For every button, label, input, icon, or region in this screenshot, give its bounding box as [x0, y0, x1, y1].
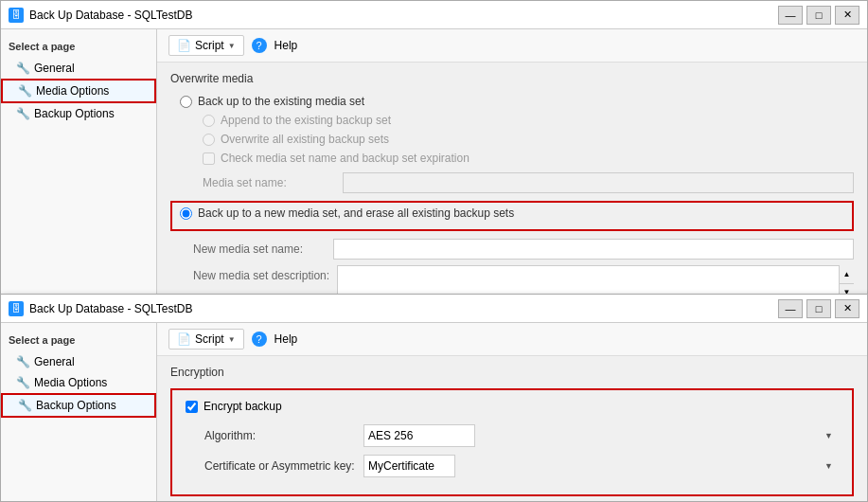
checkbox-check-input — [203, 152, 215, 165]
encrypt-header: Encrypt backup — [186, 400, 839, 413]
toolbar-top: 📄 Script ▼ ? Help — [157, 29, 867, 63]
script-icon-bottom: 📄 — [177, 332, 191, 346]
sidebar-section-title-top: Select a page — [1, 37, 156, 58]
title-bar-bottom: 🗄 Back Up Database - SQLTestDB — □ ✕ — [1, 295, 867, 323]
media-set-name-label: Media set name: — [203, 176, 335, 189]
general-icon-top: 🔧 — [16, 62, 30, 75]
script-dropdown-arrow-top: ▼ — [228, 42, 236, 50]
title-bar-left: 🗄 Back Up Database - SQLTestDB — [9, 8, 193, 23]
media-set-name-input[interactable] — [343, 172, 854, 193]
window-icon-bottom: 🗄 — [9, 301, 24, 316]
new-media-set-desc-label: New media set description: — [193, 265, 329, 282]
radio-overwrite-input — [203, 134, 215, 146]
sidebar-label-backup-bottom: Backup Options — [36, 399, 116, 412]
sidebar-label-media-bottom: Media Options — [34, 376, 107, 389]
sidebar-label-backup-top: Backup Options — [34, 107, 115, 120]
sub-option-check[interactable]: Check media set name and backup set expi… — [203, 152, 854, 165]
algorithm-select[interactable]: AES 128 AES 192 AES 256 Triple DES 3KEY — [363, 424, 475, 447]
content-bottom: Encryption Encrypt backup Algorithm: AES… — [157, 356, 867, 501]
new-media-set-name-label: New media set name: — [193, 242, 326, 256]
radio-existing-media-label: Back up to the existing media set — [198, 95, 364, 108]
encrypt-backup-checkbox[interactable] — [186, 401, 198, 413]
sub-option-check-label: Check media set name and backup set expi… — [221, 152, 469, 165]
certificate-label: Certificate or Asymmetric key: — [204, 459, 356, 473]
script-dropdown-arrow-bottom: ▼ — [228, 335, 236, 344]
minimize-button-top[interactable]: — — [778, 6, 803, 25]
spinner-up-btn[interactable]: ▲ — [840, 265, 854, 284]
sidebar-top: Select a page 🔧 General 🔧 Media Options … — [1, 29, 157, 312]
sub-option-append-label: Append to the existing backup set — [221, 114, 391, 127]
algorithm-label: Algorithm: — [204, 429, 356, 442]
sidebar-item-media-top[interactable]: 🔧 Media Options — [1, 79, 156, 103]
help-label-bottom: Help — [275, 332, 298, 346]
radio-new-media-input[interactable] — [180, 207, 192, 220]
media-set-name-row: Media set name: — [203, 172, 854, 193]
radio-new-media-label: Back up to a new media set, and erase al… — [198, 206, 514, 220]
sidebar-section-title-bottom: Select a page — [1, 331, 156, 351]
content-top: Overwrite media Back up to the existing … — [157, 63, 867, 312]
title-controls-bottom: — □ ✕ — [778, 299, 859, 318]
help-icon-bottom: ? — [252, 332, 267, 347]
script-button-top[interactable]: 📄 Script ▼ — [168, 35, 244, 56]
right-panel-bottom: 📄 Script ▼ ? Help Encryption Encrypt bac… — [157, 323, 867, 501]
script-label-top: Script — [195, 39, 224, 52]
window-body-top: Select a page 🔧 General 🔧 Media Options … — [1, 29, 867, 312]
overwrite-media-title: Overwrite media — [170, 72, 854, 85]
backup-icon-top: 🔧 — [16, 107, 30, 120]
radio-existing-media[interactable]: Back up to the existing media set — [180, 95, 854, 108]
general-icon-bottom: 🔧 — [16, 355, 30, 368]
algorithm-row: Algorithm: AES 128 AES 192 AES 256 Tripl… — [204, 424, 839, 447]
encryption-group: Encrypt backup Algorithm: AES 128 AES 19… — [170, 388, 854, 496]
encrypt-backup-label: Encrypt backup — [204, 400, 282, 413]
sidebar-label-general-bottom: General — [34, 355, 75, 368]
algorithm-select-wrapper: AES 128 AES 192 AES 256 Triple DES 3KEY — [363, 424, 839, 447]
toolbar-bottom: 📄 Script ▼ ? Help — [157, 323, 867, 356]
title-bar-top: 🗄 Back Up Database - SQLTestDB — □ ✕ — [1, 1, 867, 29]
help-icon-top: ? — [252, 38, 267, 53]
maximize-button-bottom[interactable]: □ — [806, 299, 831, 318]
option-group-existing: Back up to the existing media set Append… — [180, 95, 854, 193]
sidebar-label-media-top: Media Options — [36, 84, 109, 98]
media-icon-top: 🔧 — [18, 84, 32, 98]
sidebar-bottom: Select a page 🔧 General 🔧 Media Options … — [1, 323, 157, 501]
sidebar-item-backup-bottom[interactable]: 🔧 Backup Options — [1, 393, 156, 418]
close-button-bottom[interactable]: ✕ — [835, 299, 859, 318]
script-button-bottom[interactable]: 📄 Script ▼ — [168, 329, 244, 350]
media-icon-bottom: 🔧 — [16, 376, 30, 389]
window-top: 🗄 Back Up Database - SQLTestDB — □ ✕ Sel… — [0, 0, 868, 313]
certificate-select-wrapper: MyCertificate — [363, 455, 839, 477]
certificate-select[interactable]: MyCertificate — [363, 455, 455, 477]
title-bar-bottom-left: 🗄 Back Up Database - SQLTestDB — [9, 301, 193, 316]
window-bottom: 🗄 Back Up Database - SQLTestDB — □ ✕ Sel… — [0, 294, 868, 502]
window-title-top: Back Up Database - SQLTestDB — [29, 9, 193, 22]
certificate-row: Certificate or Asymmetric key: MyCertifi… — [204, 455, 839, 477]
title-controls-top: — □ ✕ — [778, 6, 859, 25]
sidebar-item-general-bottom[interactable]: 🔧 General — [1, 351, 156, 372]
window-body-bottom: Select a page 🔧 General 🔧 Media Options … — [1, 323, 867, 501]
sub-option-overwrite-label: Overwrite all existing backup sets — [221, 133, 389, 146]
close-button-top[interactable]: ✕ — [835, 6, 859, 25]
right-panel-top: 📄 Script ▼ ? Help Overwrite media Back u… — [157, 29, 867, 312]
script-icon-top: 📄 — [177, 39, 191, 52]
backup-icon-bottom: 🔧 — [18, 399, 32, 412]
radio-append-input — [203, 115, 215, 127]
sidebar-item-general-top[interactable]: 🔧 General — [1, 58, 156, 79]
sidebar-item-backup-top[interactable]: 🔧 Backup Options — [1, 103, 156, 124]
radio-new-media[interactable]: Back up to a new media set, and erase al… — [180, 206, 844, 220]
minimize-button-bottom[interactable]: — — [778, 299, 803, 318]
maximize-button-top[interactable]: □ — [806, 6, 831, 25]
highlighted-radio-new-media: Back up to a new media set, and erase al… — [170, 201, 854, 231]
sub-options-existing: Append to the existing backup set Overwr… — [203, 114, 854, 165]
window-icon-top: 🗄 — [9, 8, 24, 23]
new-media-set-name-input[interactable] — [333, 239, 854, 260]
sub-option-append[interactable]: Append to the existing backup set — [203, 114, 854, 127]
encryption-title: Encryption — [170, 366, 854, 379]
window-title-bottom: Back Up Database - SQLTestDB — [29, 302, 193, 315]
sub-option-overwrite[interactable]: Overwrite all existing backup sets — [203, 133, 854, 146]
radio-existing-media-input[interactable] — [180, 96, 192, 108]
sidebar-label-general-top: General — [34, 62, 75, 75]
script-label-bottom: Script — [195, 332, 224, 346]
sidebar-item-media-bottom[interactable]: 🔧 Media Options — [1, 372, 156, 393]
help-label-top: Help — [275, 39, 298, 52]
new-media-set-name-row: New media set name: — [193, 239, 854, 260]
